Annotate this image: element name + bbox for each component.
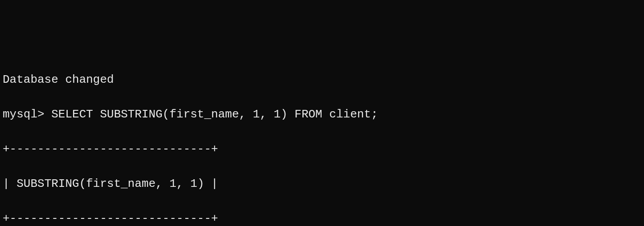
table-header-row: | SUBSTRING(first_name, 1, 1) | bbox=[3, 175, 641, 193]
table-border-mid: +-----------------------------+ bbox=[3, 210, 641, 226]
column-header: SUBSTRING(first_name, 1, 1) bbox=[16, 177, 204, 190]
sql-query: SELECT SUBSTRING(first_name, 1, 1) FROM … bbox=[51, 108, 378, 121]
db-changed-message: Database changed bbox=[3, 71, 641, 89]
table-border-top: +-----------------------------+ bbox=[3, 141, 641, 158]
query-line: mysql> SELECT SUBSTRING(first_name, 1, 1… bbox=[3, 106, 641, 123]
mysql-prompt: mysql> bbox=[3, 108, 51, 121]
